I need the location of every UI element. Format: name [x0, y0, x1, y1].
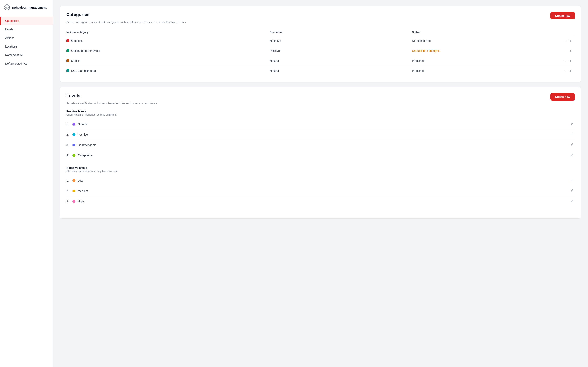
negative-levels-group: Negative levels Classification for incid…: [66, 166, 575, 207]
level-item: 4. Exceptional: [66, 150, 575, 160]
categories-title: Categories: [66, 12, 90, 17]
level-name: Positive: [78, 133, 569, 136]
level-name: Medium: [78, 189, 569, 193]
svg-point-0: [6, 6, 8, 9]
status-cell: Not configured: [412, 36, 554, 46]
category-color-indicator: [66, 49, 69, 52]
category-color-indicator: [66, 39, 69, 42]
sidebar-item-levels[interactable]: Levels: [0, 25, 53, 34]
level-edit-button[interactable]: [569, 142, 575, 147]
category-name: Offences: [71, 39, 83, 42]
level-color-dot: [72, 200, 75, 203]
level-color-dot: [72, 143, 75, 146]
negative-levels-list: 1. Low 2. Medium 3. High: [66, 175, 575, 207]
level-edit-button[interactable]: [569, 122, 575, 127]
sidebar-item-categories[interactable]: Categories: [0, 17, 53, 25]
categories-card-header: Categories Create new: [66, 12, 575, 19]
col-header-actions: [554, 29, 575, 36]
status-badge: Unpublished changes: [412, 49, 440, 52]
row-more-button[interactable]: ···: [563, 49, 567, 53]
sidebar-item-nomenclature[interactable]: Nomenclature: [0, 51, 53, 59]
status-cell: Unpublished changes: [412, 46, 554, 56]
level-item: 3. High: [66, 196, 575, 207]
level-name: Commendable: [78, 143, 569, 147]
row-add-button[interactable]: +: [569, 69, 572, 73]
category-cell: Outstanding Behaviour: [66, 46, 270, 56]
levels-title: Levels: [66, 93, 80, 99]
level-item: 2. Medium: [66, 186, 575, 196]
row-actions-cell: ··· +: [554, 56, 575, 66]
col-header-incident-category: Incident category: [66, 29, 270, 36]
level-item: 1. Low: [66, 175, 575, 186]
level-color-dot: [72, 154, 75, 157]
sidebar: Behaviour management CategoriesLevelsAct…: [0, 0, 53, 367]
row-add-button[interactable]: +: [569, 59, 572, 63]
sentiment-cell: Neutral: [270, 56, 412, 66]
sidebar-header: Behaviour management: [0, 0, 53, 15]
col-header-status: Status: [412, 29, 554, 36]
level-name: Notable: [78, 123, 569, 126]
categories-card: Categories Create new Define and organiz…: [60, 6, 581, 82]
table-row: Outstanding Behaviour Positive Unpublish…: [66, 46, 575, 56]
category-cell: NCCD adjustments: [66, 66, 270, 76]
category-name: Outstanding Behaviour: [71, 49, 100, 52]
level-edit-button[interactable]: [569, 132, 575, 137]
level-edit-button[interactable]: [569, 189, 575, 193]
col-header-sentiment: Sentiment: [270, 29, 412, 36]
levels-subtitle: Provide a classification of incidents ba…: [66, 102, 575, 105]
main-content: Categories Create new Define and organiz…: [53, 0, 588, 367]
level-edit-button[interactable]: [569, 178, 575, 183]
level-number: 2.: [66, 133, 72, 136]
status-cell: Published: [412, 66, 554, 76]
level-number: 2.: [66, 189, 72, 193]
sentiment-cell: Positive: [270, 46, 412, 56]
category-cell: Offences: [66, 36, 270, 46]
table-row: NCCD adjustments Neutral Published ··· +: [66, 66, 575, 76]
level-color-dot: [72, 179, 75, 182]
level-edit-button[interactable]: [569, 153, 575, 158]
level-number: 3.: [66, 200, 72, 203]
negative-levels-subtitle: Classification for incident of negative …: [66, 170, 575, 173]
categories-create-button[interactable]: Create new: [550, 12, 575, 19]
category-color-indicator: [66, 69, 69, 72]
category-cell: Medical: [66, 56, 270, 66]
negative-levels-title: Negative levels: [66, 166, 575, 169]
row-more-button[interactable]: ···: [563, 69, 567, 73]
status-badge: Not configured: [412, 39, 431, 42]
level-color-dot: [72, 133, 75, 136]
row-more-button[interactable]: ···: [563, 59, 567, 63]
row-more-button[interactable]: ···: [563, 39, 567, 43]
positive-levels-title: Positive levels: [66, 110, 575, 113]
positive-levels-list: 1. Notable 2. Positive 3. Commendable: [66, 119, 575, 160]
category-color-indicator: [66, 59, 69, 62]
status-badge: Published: [412, 59, 425, 62]
levels-create-button[interactable]: Create new: [550, 93, 575, 100]
sidebar-item-locations[interactable]: Locations: [0, 42, 53, 51]
levels-card-header: Levels Create new: [66, 93, 575, 100]
sidebar-title: Behaviour management: [12, 6, 47, 9]
row-add-button[interactable]: +: [569, 49, 572, 53]
back-icon[interactable]: [4, 4, 10, 10]
level-name: Exceptional: [78, 154, 569, 157]
table-row: Medical Neutral Published ··· +: [66, 56, 575, 66]
level-number: 4.: [66, 154, 72, 157]
row-actions-cell: ··· +: [554, 36, 575, 46]
levels-card: Levels Create new Provide a classificati…: [60, 87, 581, 218]
level-edit-button[interactable]: [569, 199, 575, 204]
positive-levels-group: Positive levels Classification for incid…: [66, 110, 575, 160]
level-color-dot: [72, 190, 75, 192]
level-name: Low: [78, 179, 569, 182]
sidebar-item-actions[interactable]: Actions: [0, 34, 53, 42]
level-name: High: [78, 200, 569, 203]
row-add-button[interactable]: +: [569, 39, 572, 43]
sidebar-nav: CategoriesLevelsActionsLocationsNomencla…: [0, 15, 53, 69]
category-name: NCCD adjustments: [71, 69, 96, 72]
positive-levels-subtitle: Classification for incident of positive …: [66, 113, 575, 116]
sentiment-cell: Neutral: [270, 66, 412, 76]
sidebar-item-default-outcomes[interactable]: Default outcomes: [0, 59, 53, 68]
level-item: 2. Positive: [66, 129, 575, 140]
level-item: 3. Commendable: [66, 140, 575, 150]
category-name: Medical: [71, 59, 81, 62]
level-number: 3.: [66, 143, 72, 147]
categories-subtitle: Define and organize incidents into categ…: [66, 21, 575, 24]
